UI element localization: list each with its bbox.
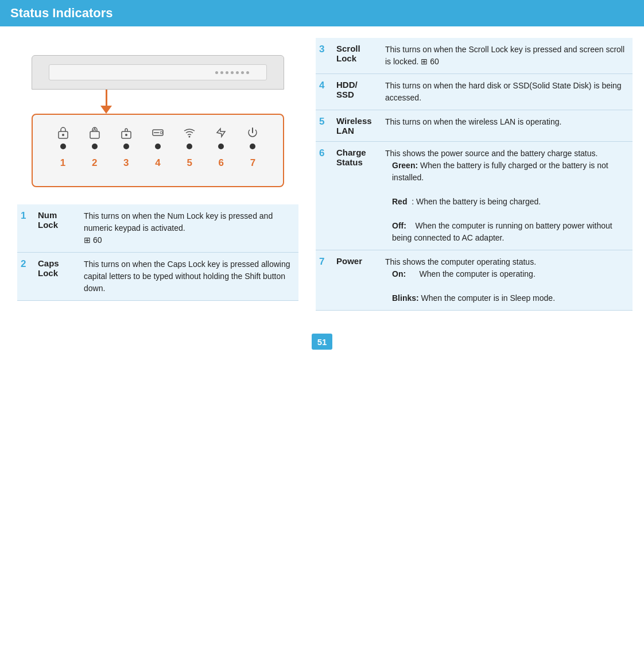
entry-term-6: ChargeStatus	[332, 142, 381, 250]
laptop-diagram: A	[26, 55, 290, 187]
small-dot-2	[220, 71, 223, 74]
small-dot-4	[231, 71, 234, 74]
indicator-number-6: 6	[212, 157, 230, 169]
entry-desc-7: This shows the computer operating status…	[381, 250, 633, 311]
indicator-num-lock	[57, 126, 69, 149]
small-dot-3	[226, 71, 228, 74]
entry-desc-3: This turns on when the Scroll Lock key i…	[381, 38, 633, 74]
right-entry-4: 4 HDD/SSD This turns on when the hard di…	[316, 74, 633, 110]
right-entry-6: 6 ChargeStatus This shows the power sour…	[316, 142, 633, 250]
indicator-number-1: 1	[55, 157, 72, 169]
indicator-power	[246, 126, 259, 149]
entry-num-4: 4	[316, 74, 332, 110]
dot-3	[123, 144, 129, 149]
dot-5	[187, 144, 192, 149]
dot-2	[92, 144, 98, 149]
entry-num-5: 5	[316, 110, 332, 142]
small-dot-1	[215, 71, 218, 74]
right-panel: 3 ScrollLock This turns on when the Scro…	[310, 26, 644, 322]
dot-4	[155, 144, 161, 149]
num-lock-icon	[57, 126, 69, 139]
caps-lock-icon: A	[88, 126, 101, 139]
svg-point-1	[62, 134, 64, 136]
entry-term-4: HDD/SSD	[332, 74, 381, 110]
entry-desc-5: This turns on when the wireless LAN is o…	[381, 110, 633, 142]
indicator-scroll-lock	[120, 126, 133, 149]
arrow-connector	[32, 90, 284, 114]
entry-term-3: ScrollLock	[332, 38, 381, 74]
entry-desc-2: This turns on when the Caps Lock key is …	[79, 253, 298, 301]
indicator-charge	[215, 126, 227, 149]
indicator-wireless	[183, 126, 196, 149]
wireless-icon	[183, 126, 196, 139]
entry-num-6: 6	[316, 142, 332, 250]
indicator-number-7: 7	[244, 157, 261, 169]
entry-term-5: WirelessLAN	[332, 110, 381, 142]
right-entry-3: 3 ScrollLock This turns on when the Scro…	[316, 38, 633, 74]
charge-icon	[215, 126, 227, 139]
hdd-icon	[152, 126, 164, 139]
entry-term-2: CapsLock	[33, 253, 79, 301]
page-header: Status Indicators	[0, 0, 644, 26]
dot-7	[250, 144, 255, 149]
indicator-number-4: 4	[149, 157, 166, 169]
left-entry-1: 1 NumLock This turns on when the Num Loc…	[17, 204, 298, 253]
entry-num-2: 2	[17, 253, 33, 301]
svg-point-7	[160, 131, 162, 134]
page-number: 51	[312, 334, 332, 350]
indicator-number-2: 2	[86, 157, 103, 169]
dot-1	[60, 144, 66, 149]
entry-desc-6: This shows the power source and the batt…	[381, 142, 633, 250]
power-icon	[246, 126, 259, 139]
right-entries-table: 3 ScrollLock This turns on when the Scro…	[316, 38, 633, 311]
left-entry-2: 2 CapsLock This turns on when the Caps L…	[17, 253, 298, 301]
indicator-icons-row: A	[41, 126, 274, 149]
right-entry-5: 5 WirelessLAN This turns on when the wir…	[316, 110, 633, 142]
indicator-caps-lock: A	[88, 126, 101, 149]
svg-point-9	[189, 136, 191, 138]
left-entries-table: 1 NumLock This turns on when the Num Loc…	[17, 204, 298, 301]
dot-6	[218, 144, 224, 149]
scroll-lock-icon	[120, 126, 133, 139]
entry-num-7: 7	[316, 250, 332, 311]
entry-num-3: 3	[316, 38, 332, 74]
entry-num-1: 1	[17, 204, 33, 253]
entry-term-7: Power	[332, 250, 381, 311]
small-dot-5	[236, 71, 239, 74]
page-title: Status Indicators	[10, 6, 112, 21]
svg-point-5	[125, 134, 127, 136]
number-labels-row: 1 2 3 4 5 6 7	[41, 157, 274, 169]
indicator-panel: A	[32, 114, 284, 187]
laptop-top-bar	[49, 64, 267, 80]
entry-desc-4: This turns on when the hard disk or SSD(…	[381, 74, 633, 110]
small-dot-7	[246, 71, 249, 74]
left-panel: A	[0, 26, 310, 322]
indicator-number-5: 5	[181, 157, 198, 169]
page-number-area: 51	[0, 322, 644, 355]
small-dot-6	[241, 71, 244, 74]
laptop-top-view	[32, 55, 284, 90]
entry-desc-1: This turns on when the Num Lock key is p…	[79, 204, 298, 253]
main-content: A	[0, 26, 644, 322]
indicator-number-3: 3	[118, 157, 135, 169]
indicator-hdd	[152, 126, 164, 149]
right-entry-7: 7 Power This shows the computer operatin…	[316, 250, 633, 311]
entry-term-1: NumLock	[33, 204, 79, 253]
svg-rect-2	[90, 131, 99, 138]
